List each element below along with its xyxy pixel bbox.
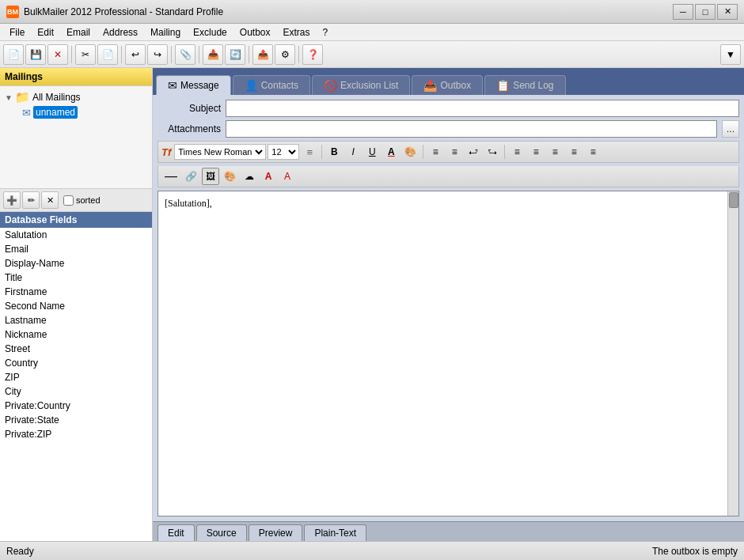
mail-icon: ✉ [22,107,31,119]
edit-item-button[interactable]: ✏ [22,191,40,209]
tab-icon-contacts: 👤 [245,79,258,92]
indent-right-button[interactable]: ⮑ [484,143,501,161]
db-field-display-name[interactable]: Display-Name [0,256,152,271]
text-style2-button[interactable]: A [279,168,296,185]
db-field-city[interactable]: City [0,384,152,399]
align-right-button[interactable]: ≡ [546,143,564,161]
menubar-item-address[interactable]: Address [97,24,144,40]
db-field-street[interactable]: Street [0,342,152,356]
menubar-item-?[interactable]: ? [317,24,335,40]
db-field-second-name[interactable]: Second Name [0,299,152,313]
app-icon: BM [6,6,19,18]
redo-button[interactable]: ↪ [147,44,168,65]
subject-input[interactable] [226,100,739,117]
db-field-private-zip[interactable]: Private:ZIP [0,427,152,441]
align-full-button[interactable]: ≡ [584,143,602,161]
line-button[interactable]: — [161,168,180,185]
menubar-item-mailing[interactable]: Mailing [144,24,187,40]
toolbar-separator-3 [171,46,172,63]
delete-button[interactable]: ✕ [47,44,68,65]
link-button[interactable]: 🔗 [182,168,200,185]
underline-button[interactable]: U [363,143,381,161]
tab-message[interactable]: ✉Message [156,75,231,95]
maximize-button[interactable]: □ [695,4,716,20]
tree-item-unnamed[interactable]: ✉ unnamed [3,105,149,119]
close-button[interactable]: ✕ [717,4,738,20]
editor-area[interactable]: [Salutation], [158,191,739,516]
attachments-input[interactable] [226,120,717,138]
editor-scrollbar[interactable] [727,191,738,516]
font-color-button[interactable]: A [382,143,400,161]
tree-root[interactable]: ▼ 📁 All Mailings [3,89,149,105]
bottom-tab-source[interactable]: Source [196,524,247,541]
refresh-button[interactable]: 🔄 [225,44,245,65]
justify-button[interactable]: ≡ [565,143,583,161]
db-field-private-country[interactable]: Private:Country [0,399,152,413]
remove-item-button[interactable]: ✕ [41,191,59,209]
save-button[interactable]: 💾 [25,44,46,65]
new-button[interactable]: 📄 [3,44,24,65]
tab-icon-outbox: 📤 [423,79,437,92]
copy-button[interactable]: 📄 [97,44,118,65]
send-button[interactable]: 📤 [252,44,273,65]
highlight-button[interactable]: 🎨 [401,143,419,161]
indent-left-button[interactable]: ⮐ [465,143,482,161]
db-field-zip[interactable]: ZIP [0,370,152,384]
db-field-firstname[interactable]: Firstname [0,285,152,299]
list-button[interactable]: ≡ [427,143,444,161]
align-left-button[interactable]: ≡ [508,143,526,161]
menubar: FileEditEmailAddressMailingExcludeOutbox… [0,24,744,41]
collapse-button[interactable]: ▼ [720,44,741,65]
sorted-checkbox[interactable] [63,195,74,206]
minimize-button[interactable]: ─ [673,4,693,20]
cloud-button[interactable]: ☁ [241,168,258,185]
db-field-country[interactable]: Country [0,356,152,370]
db-field-salutation[interactable]: Salutation [0,228,152,242]
italic-button[interactable]: I [344,143,362,161]
list2-button[interactable]: ≡ [446,143,463,161]
tab-contacts[interactable]: 👤Contacts [233,75,310,95]
subject-label: Subject [158,103,221,114]
bold-button[interactable]: B [325,143,343,161]
text-style-button[interactable]: A [260,168,277,185]
cut-button[interactable]: ✂ [75,44,96,65]
menubar-item-exclude[interactable]: Exclude [187,24,233,40]
tab-label-message: Message [180,80,219,91]
db-field-private-state[interactable]: Private:State [0,413,152,427]
db-field-lastname[interactable]: Lastname [0,313,152,327]
tab-outbox[interactable]: 📤Outbox [412,75,483,95]
tab-exclusion[interactable]: 🚫Exclusion List [312,75,410,95]
menubar-item-outbox[interactable]: Outbox [233,24,277,40]
align-center-button[interactable]: ≡ [527,143,545,161]
menubar-item-email[interactable]: Email [60,24,97,40]
settings-button[interactable]: ⚙ [275,44,295,65]
db-field-email[interactable]: Email [0,242,152,256]
bottom-tab-plaintext[interactable]: Plain-Text [304,524,366,541]
attachments-label: Attachments [158,123,221,134]
left-panel: Mailings ▼ 📁 All Mailings ✉ unnamed ➕ ✏ … [0,68,153,541]
import-button[interactable]: 📥 [203,44,223,65]
statusbar: Ready The outbox is empty [0,541,744,560]
font-name-select[interactable]: Times New Roman Arial Courier New [174,144,266,160]
db-field-nickname[interactable]: Nickname [0,327,152,342]
font-expand-button[interactable]: ≡ [301,143,318,161]
main-toolbar: 📄 💾 ✕ ✂ 📄 ↩ ↪ 📎 📥 🔄 📤 ⚙ ❓ ▼ [0,41,744,68]
tab-sendlog[interactable]: 📋Send Log [484,75,565,95]
font-size-select[interactable]: 12 10 14 16 18 [268,144,299,160]
image-button[interactable]: 🖼 [202,168,219,185]
browse-attachments-button[interactable]: … [722,120,739,138]
titlebar: BM BulkMailer 2012 Professional - Standa… [0,0,744,24]
undo-button[interactable]: ↩ [125,44,146,65]
help-button[interactable]: ❓ [302,44,323,65]
color2-button[interactable]: 🎨 [221,168,239,185]
menubar-item-edit[interactable]: Edit [31,24,60,40]
attach-button[interactable]: 📎 [175,44,195,65]
add-item-button[interactable]: ➕ [3,191,21,209]
menubar-item-extras[interactable]: Extras [277,24,317,40]
tree-item-label: unnamed [33,106,78,119]
bottom-tab-preview[interactable]: Preview [249,524,303,541]
db-field-title[interactable]: Title [0,271,152,285]
tab-label-outbox: Outbox [440,80,471,91]
menubar-item-file[interactable]: File [3,24,31,40]
bottom-tab-edit[interactable]: Edit [158,524,195,541]
